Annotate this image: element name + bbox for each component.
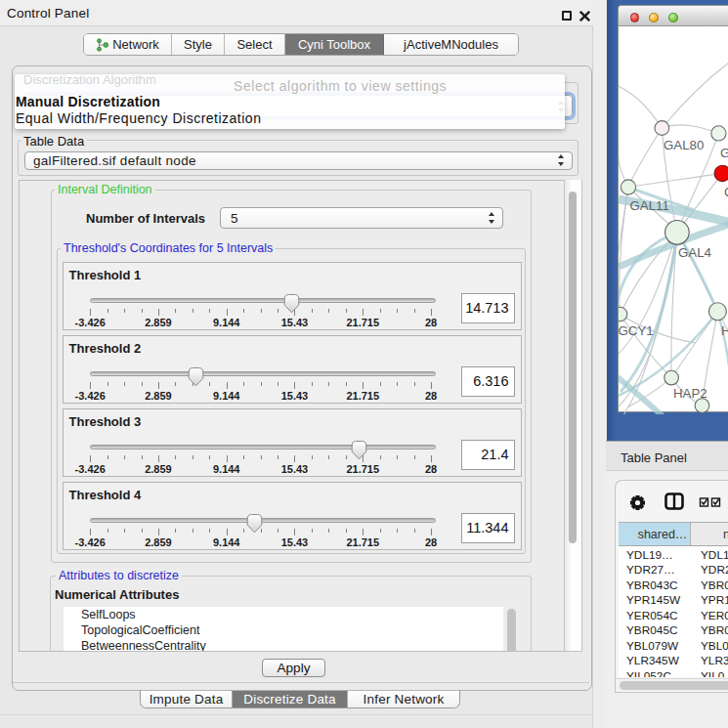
svg-text:H: H xyxy=(721,323,728,338)
svg-text:C: C xyxy=(724,185,728,199)
svg-text:GA: GA xyxy=(720,146,728,160)
svg-text:GAL80: GAL80 xyxy=(664,138,704,152)
svg-text:GCY1: GCY1 xyxy=(619,323,654,338)
svg-text:GAL11: GAL11 xyxy=(630,198,669,213)
svg-text:GAL4: GAL4 xyxy=(678,245,711,260)
svg-text:HAP2: HAP2 xyxy=(673,386,707,401)
